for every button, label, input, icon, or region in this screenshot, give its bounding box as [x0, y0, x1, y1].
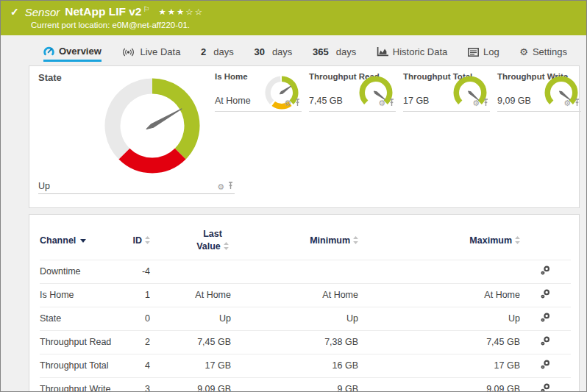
- channel-name-cell: Downtime: [40, 260, 113, 283]
- table-row: State0UpUpUp: [40, 307, 571, 330]
- gauge-pin-icon[interactable]: [228, 182, 233, 192]
- mini-gauge-value: 9,09 GB: [497, 96, 531, 106]
- channel-name-cell: Throughput Total: [40, 354, 113, 377]
- gauge-pin-icon[interactable]: [389, 96, 394, 110]
- priority-flag-icon[interactable]: ⚐: [143, 5, 149, 13]
- channel-maximum-cell: Up: [358, 307, 520, 330]
- table-row: Throughput Write39,09 GB9 GB9,09 GB: [40, 377, 571, 392]
- channel-name-cell: State: [40, 307, 113, 330]
- tab-bar: OverviewLive Data2days30days365daysHisto…: [1, 35, 586, 64]
- tab-label: days: [213, 46, 233, 57]
- mini-gauge-value: 17 GB: [403, 96, 429, 106]
- tab-live-data[interactable]: Live Data: [121, 42, 180, 62]
- historic-icon: [377, 47, 388, 57]
- gauge-pin-icon[interactable]: [483, 96, 488, 110]
- table-row: Downtime-4: [40, 260, 571, 283]
- channel-settings-icon[interactable]: [541, 313, 550, 324]
- overview-gauges-panel: State Up ⚙ Is HomeAt Home⚙Throughput Rea…: [29, 65, 580, 208]
- gauge-icon: [43, 46, 54, 56]
- channel-last-value-cell: 7,45 GB: [150, 330, 231, 354]
- tab-historic-data[interactable]: Historic Data: [377, 42, 447, 62]
- channel-last-value-cell: 9,09 GB: [150, 377, 231, 392]
- priority-stars[interactable]: ★★★☆☆: [158, 7, 204, 17]
- state-gauge-footer: Up ⚙: [38, 178, 235, 194]
- table-header-row: Channel ID Last Value Minimum Maximum: [40, 222, 571, 260]
- tab-label: Overview: [59, 46, 102, 57]
- channel-maximum-cell: 17 GB: [358, 354, 520, 377]
- sensor-page: ✓ Sensor NetApp LIF v2 ⚐ ★★★☆☆ Current p…: [0, 0, 587, 392]
- mini-gauge-row: Is HomeAt Home⚙Throughput Read7,45 GB⚙Th…: [215, 66, 581, 112]
- gauge-settings-gear-icon[interactable]: ⚙: [284, 99, 291, 107]
- channel-id-cell: 3: [113, 377, 150, 392]
- tab-overview[interactable]: Overview: [43, 42, 102, 62]
- gauge-settings-gear-icon[interactable]: ⚙: [563, 99, 571, 107]
- status-check-icon: ✓: [10, 6, 19, 18]
- tab-30-days[interactable]: 30days: [254, 42, 292, 62]
- tab-label: Settings: [533, 46, 567, 57]
- mini-gauge-throughput-read: Throughput Read7,45 GB⚙: [309, 66, 396, 112]
- channel-maximum-cell: 9,09 GB: [358, 377, 520, 392]
- mini-gauge-value: At Home: [215, 96, 251, 106]
- channel-id-cell: 2: [113, 330, 150, 354]
- column-header-last-value[interactable]: Last Value: [150, 222, 231, 260]
- channel-last-value-cell: [150, 260, 231, 283]
- tab-number: 30: [254, 46, 264, 57]
- channel-settings-icon[interactable]: [541, 336, 550, 348]
- sensor-subtitle: Current port location: e0M@net-aff220-01…: [31, 21, 579, 29]
- channel-table-panel: Channel ID Last Value Minimum Maximum Do…: [29, 214, 580, 392]
- channel-maximum-cell: At Home: [358, 283, 520, 307]
- channel-maximum-cell: [358, 260, 520, 283]
- column-header-minimum[interactable]: Minimum: [231, 222, 358, 260]
- channel-settings-icon[interactable]: [541, 383, 550, 392]
- tab-settings[interactable]: ⚙Settings: [519, 42, 567, 62]
- channel-table: Channel ID Last Value Minimum Maximum Do…: [40, 222, 571, 392]
- channel-settings-icon[interactable]: [541, 289, 550, 301]
- tab-label: days: [272, 46, 292, 57]
- tab-365-days[interactable]: 365days: [313, 42, 356, 62]
- gauge-settings-gear-icon[interactable]: ⚙: [378, 99, 385, 107]
- mini-gauge-is-home: Is HomeAt Home⚙: [215, 66, 302, 112]
- channel-last-value-cell: At Home: [150, 283, 231, 307]
- tab-number: 2: [201, 46, 206, 57]
- mini-gauge-throughput-total: Throughput Total17 GB⚙: [403, 66, 490, 112]
- channel-minimum-cell: 7,38 GB: [231, 330, 358, 354]
- table-row: Throughput Read27,45 GB7,38 GB7,45 GB: [40, 330, 571, 354]
- channel-settings-icon[interactable]: [541, 360, 550, 371]
- state-gauge-label: State: [38, 72, 62, 83]
- mini-gauge-throughput-write: Throughput Write9,09 GB⚙: [497, 66, 581, 112]
- channel-name-cell: Throughput Write: [40, 377, 113, 392]
- channel-minimum-cell: At Home: [231, 283, 358, 307]
- channel-name-cell: Throughput Read: [40, 330, 113, 354]
- channel-last-value-cell: Up: [150, 307, 231, 330]
- channel-id-cell: 4: [113, 354, 150, 377]
- settings-gear-icon: ⚙: [519, 47, 528, 57]
- log-icon: [468, 48, 479, 57]
- sensor-kind-label: Sensor: [25, 6, 60, 18]
- tab-label: Historic Data: [393, 46, 447, 57]
- state-gauge: [104, 78, 200, 177]
- gauge-pin-icon[interactable]: [295, 96, 300, 110]
- channel-id-cell: 0: [113, 307, 150, 330]
- tab-number: 365: [313, 46, 329, 57]
- gauge-settings-gear-icon[interactable]: ⚙: [472, 99, 480, 107]
- channel-settings-icon[interactable]: [541, 266, 550, 277]
- channel-minimum-cell: Up: [231, 307, 358, 330]
- tab-log[interactable]: Log: [468, 42, 499, 62]
- gauge-settings-gear-icon[interactable]: ⚙: [217, 183, 224, 191]
- sensor-title: NetApp LIF v2: [65, 5, 141, 18]
- column-header-maximum[interactable]: Maximum: [358, 222, 520, 260]
- gauge-pin-icon[interactable]: [574, 96, 580, 110]
- live-icon: [121, 48, 135, 57]
- tab-label: days: [336, 46, 356, 57]
- channel-id-cell: -4: [113, 260, 150, 283]
- table-row: Is Home1At HomeAt HomeAt Home: [40, 283, 571, 307]
- channel-minimum-cell: 16 GB: [231, 354, 358, 377]
- column-header-id[interactable]: ID: [113, 222, 150, 260]
- column-header-channel[interactable]: Channel: [40, 222, 113, 260]
- table-row: Throughput Total417 GB16 GB17 GB: [40, 354, 571, 377]
- channel-name-cell: Is Home: [40, 283, 113, 307]
- sensor-header: ✓ Sensor NetApp LIF v2 ⚐ ★★★☆☆ Current p…: [1, 1, 586, 35]
- channel-maximum-cell: 7,45 GB: [358, 330, 520, 354]
- tab-2-days[interactable]: 2days: [201, 42, 234, 62]
- channel-minimum-cell: 9 GB: [231, 377, 358, 392]
